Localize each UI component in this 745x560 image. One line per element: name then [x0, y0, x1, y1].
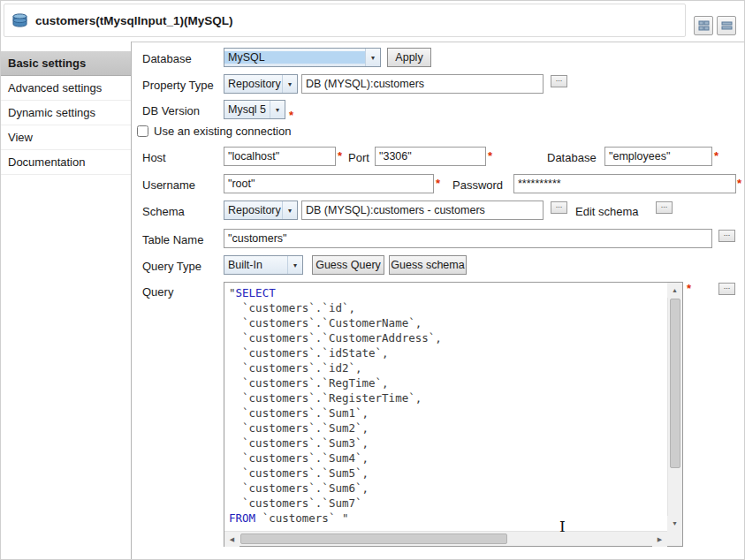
query-type-combo[interactable]: Built-In ▾ [224, 255, 303, 275]
settings-sidebar: Basic settings Advanced settings Dynamic… [1, 42, 132, 559]
query-type-label: Query Type [142, 260, 201, 273]
db-version-combo-value: Mysql 5 [224, 103, 270, 116]
required-asterisk: * [289, 109, 293, 122]
required-asterisk: * [737, 177, 741, 190]
title-box: customers(tMysqlInput_1)(MySQL) [4, 4, 686, 37]
sidebar-item-label: View [8, 131, 33, 144]
edit-schema-label: Edit schema [575, 205, 639, 218]
database-name-field[interactable] [604, 147, 712, 166]
scroll-down-icon[interactable]: ▼ [667, 516, 682, 531]
required-asterisk: * [687, 282, 691, 295]
required-asterisk: * [338, 149, 342, 163]
page-title: customers(tMysqlInput_1)(MySQL) [35, 14, 233, 27]
sidebar-item-label: Basic settings [8, 57, 86, 70]
username-field[interactable] [224, 174, 434, 193]
sidebar-item-advanced-settings[interactable]: Advanced settings [1, 76, 131, 101]
property-type-combo-value: Repository [224, 78, 282, 90]
chevron-down-icon: ▾ [365, 49, 380, 66]
port-field[interactable] [375, 147, 486, 166]
text-cursor: I [559, 518, 566, 535]
vertical-scrollbar[interactable]: ▲ ▼ [667, 283, 682, 531]
scroll-left-icon[interactable]: ◀ [224, 532, 239, 547]
rows-icon [721, 20, 733, 31]
schema-more-button[interactable]: ... [551, 201, 567, 214]
query-more-button[interactable]: ... [718, 283, 735, 295]
schema-repository-field[interactable] [301, 201, 544, 220]
existing-connection-label: Use an existing connection [154, 125, 291, 138]
existing-connection-checkbox[interactable] [137, 125, 148, 137]
chevron-down-icon: ▾ [282, 75, 297, 93]
sidebar-item-label: Dynamic settings [8, 106, 95, 119]
horizontal-scrollbar-thumb[interactable] [240, 534, 507, 544]
table-name-label: Table Name [142, 233, 203, 246]
sidebar-item-dynamic-settings[interactable]: Dynamic settings [1, 101, 131, 125]
scroll-right-icon[interactable]: ▶ [652, 532, 667, 547]
chevron-down-icon: ▾ [282, 201, 297, 219]
port-label: Port [348, 151, 369, 164]
database-combo-value: MySQL [224, 51, 365, 64]
edit-schema-button[interactable]: ... [656, 201, 673, 214]
grid-layout-button[interactable] [694, 16, 713, 35]
host-label: Host [142, 151, 166, 164]
host-field[interactable] [224, 147, 336, 166]
guess-schema-button[interactable]: Guess schema [389, 255, 467, 275]
apply-button[interactable]: Apply [387, 48, 431, 67]
query-editor[interactable]: "SELECT `customers`.`id`, `customers`.`C… [224, 282, 683, 547]
db-version-combo[interactable]: Mysql 5 ▾ [224, 100, 285, 119]
chevron-down-icon: ▾ [270, 101, 285, 118]
sidebar-item-label: Documentation [8, 155, 85, 169]
property-repository-field[interactable] [301, 74, 544, 94]
sidebar-item-basic-settings[interactable]: Basic settings [1, 51, 131, 76]
table-name-more-button[interactable]: ... [718, 230, 735, 242]
grid-icon [698, 20, 710, 31]
required-asterisk: * [436, 177, 440, 190]
horizontal-scrollbar[interactable]: ◀ ▶ [224, 531, 667, 546]
query-type-combo-value: Built-In [224, 259, 287, 271]
password-field[interactable] [513, 174, 736, 193]
sidebar-item-label: Advanced settings [8, 81, 102, 95]
query-label: Query [142, 285, 173, 299]
property-type-combo[interactable]: Repository ▾ [224, 74, 298, 94]
property-repository-more-button[interactable]: ... [551, 75, 567, 87]
scrollbar-corner [667, 531, 682, 546]
guess-query-button[interactable]: Guess Query [312, 255, 384, 275]
scroll-up-icon[interactable]: ▲ [667, 283, 682, 298]
schema-combo-value: Repository [224, 204, 282, 216]
required-asterisk: * [488, 149, 492, 163]
required-asterisk: * [714, 149, 718, 163]
schema-combo[interactable]: Repository ▾ [224, 201, 298, 220]
property-type-label: Property Type [142, 79, 214, 92]
database-label: Database [142, 52, 192, 65]
table-name-field[interactable] [224, 229, 712, 248]
vertical-scrollbar-thumb[interactable] [670, 299, 680, 468]
database-icon [11, 13, 28, 28]
sidebar-item-view[interactable]: View [1, 125, 131, 150]
username-label: Username [142, 178, 195, 192]
sidebar-item-documentation[interactable]: Documentation [1, 150, 131, 175]
chevron-down-icon: ▾ [287, 256, 302, 274]
password-label: Password [452, 178, 503, 192]
list-layout-button[interactable] [717, 16, 736, 35]
header: customers(tMysqlInput_1)(MySQL) [1, 1, 744, 42]
db-version-label: DB Version [142, 104, 200, 117]
component-settings-panel: customers(tMysqlInput_1)(MySQL) [0, 0, 745, 560]
database2-label: Database [547, 151, 597, 164]
query-editor-content[interactable]: "SELECT `customers`.`id`, `customers`.`C… [229, 285, 665, 529]
schema-label: Schema [142, 205, 185, 218]
database-combo[interactable]: MySQL ▾ [224, 48, 381, 67]
